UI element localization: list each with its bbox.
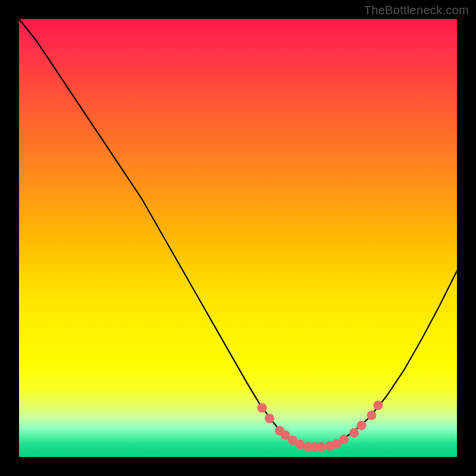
highlight-dot xyxy=(257,403,267,413)
highlight-dot xyxy=(374,400,383,410)
highlight-dot xyxy=(265,414,274,423)
chart-svg xyxy=(19,19,457,457)
highlight-dot xyxy=(317,442,326,452)
watermark-text: TheBottleneck.com xyxy=(364,4,469,17)
bottleneck-curve xyxy=(19,19,457,447)
highlight-dot xyxy=(339,435,349,444)
highlight-dot xyxy=(349,428,359,438)
plot-area xyxy=(19,19,457,457)
highlight-dot xyxy=(367,411,376,420)
highlight-dot xyxy=(357,421,367,430)
